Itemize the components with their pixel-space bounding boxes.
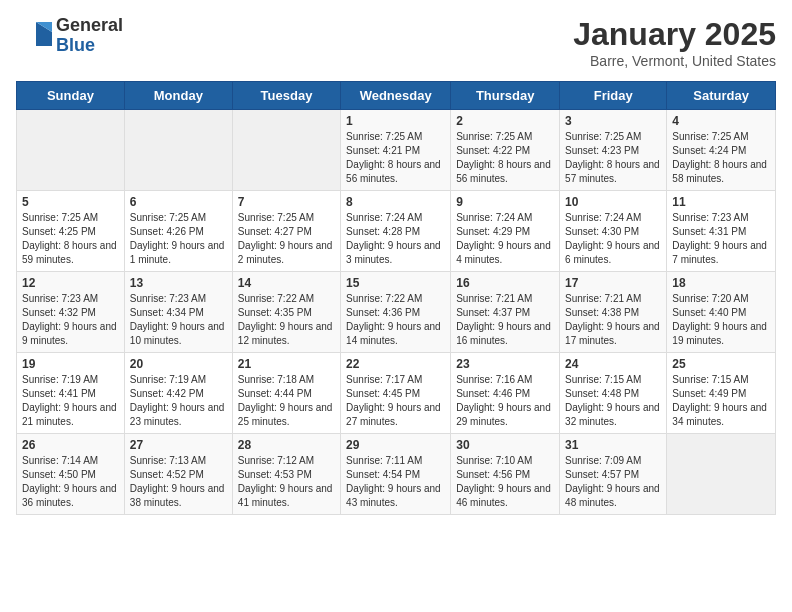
calendar-cell: 16Sunrise: 7:21 AM Sunset: 4:37 PM Dayli… xyxy=(451,272,560,353)
calendar-week-row: 26Sunrise: 7:14 AM Sunset: 4:50 PM Dayli… xyxy=(17,434,776,515)
day-number: 2 xyxy=(456,114,554,128)
calendar-week-row: 12Sunrise: 7:23 AM Sunset: 4:32 PM Dayli… xyxy=(17,272,776,353)
calendar-week-row: 1Sunrise: 7:25 AM Sunset: 4:21 PM Daylig… xyxy=(17,110,776,191)
day-number: 4 xyxy=(672,114,770,128)
day-detail: Sunrise: 7:25 AM Sunset: 4:26 PM Dayligh… xyxy=(130,211,227,267)
day-number: 11 xyxy=(672,195,770,209)
calendar-cell: 9Sunrise: 7:24 AM Sunset: 4:29 PM Daylig… xyxy=(451,191,560,272)
calendar-cell: 11Sunrise: 7:23 AM Sunset: 4:31 PM Dayli… xyxy=(667,191,776,272)
day-number: 17 xyxy=(565,276,661,290)
calendar-cell: 8Sunrise: 7:24 AM Sunset: 4:28 PM Daylig… xyxy=(341,191,451,272)
calendar-cell: 22Sunrise: 7:17 AM Sunset: 4:45 PM Dayli… xyxy=(341,353,451,434)
day-detail: Sunrise: 7:25 AM Sunset: 4:22 PM Dayligh… xyxy=(456,130,554,186)
calendar-cell xyxy=(124,110,232,191)
logo-blue-text: Blue xyxy=(56,36,123,56)
calendar-cell xyxy=(667,434,776,515)
logo-icon xyxy=(16,18,52,54)
calendar-cell: 3Sunrise: 7:25 AM Sunset: 4:23 PM Daylig… xyxy=(560,110,667,191)
day-detail: Sunrise: 7:12 AM Sunset: 4:53 PM Dayligh… xyxy=(238,454,335,510)
page-header: General Blue January 2025 Barre, Vermont… xyxy=(16,16,776,69)
calendar-cell: 21Sunrise: 7:18 AM Sunset: 4:44 PM Dayli… xyxy=(232,353,340,434)
day-number: 5 xyxy=(22,195,119,209)
day-number: 29 xyxy=(346,438,445,452)
day-detail: Sunrise: 7:23 AM Sunset: 4:34 PM Dayligh… xyxy=(130,292,227,348)
calendar-cell xyxy=(232,110,340,191)
day-detail: Sunrise: 7:13 AM Sunset: 4:52 PM Dayligh… xyxy=(130,454,227,510)
day-number: 22 xyxy=(346,357,445,371)
calendar-cell: 4Sunrise: 7:25 AM Sunset: 4:24 PM Daylig… xyxy=(667,110,776,191)
day-number: 26 xyxy=(22,438,119,452)
calendar-cell: 30Sunrise: 7:10 AM Sunset: 4:56 PM Dayli… xyxy=(451,434,560,515)
day-detail: Sunrise: 7:09 AM Sunset: 4:57 PM Dayligh… xyxy=(565,454,661,510)
day-detail: Sunrise: 7:23 AM Sunset: 4:31 PM Dayligh… xyxy=(672,211,770,267)
day-number: 19 xyxy=(22,357,119,371)
calendar-cell: 27Sunrise: 7:13 AM Sunset: 4:52 PM Dayli… xyxy=(124,434,232,515)
day-detail: Sunrise: 7:21 AM Sunset: 4:38 PM Dayligh… xyxy=(565,292,661,348)
day-detail: Sunrise: 7:20 AM Sunset: 4:40 PM Dayligh… xyxy=(672,292,770,348)
day-detail: Sunrise: 7:24 AM Sunset: 4:30 PM Dayligh… xyxy=(565,211,661,267)
day-of-week-header: Sunday xyxy=(17,82,125,110)
day-of-week-header: Friday xyxy=(560,82,667,110)
calendar-cell: 17Sunrise: 7:21 AM Sunset: 4:38 PM Dayli… xyxy=(560,272,667,353)
calendar-week-row: 5Sunrise: 7:25 AM Sunset: 4:25 PM Daylig… xyxy=(17,191,776,272)
month-title: January 2025 xyxy=(573,16,776,53)
day-detail: Sunrise: 7:15 AM Sunset: 4:49 PM Dayligh… xyxy=(672,373,770,429)
day-number: 30 xyxy=(456,438,554,452)
calendar-cell: 29Sunrise: 7:11 AM Sunset: 4:54 PM Dayli… xyxy=(341,434,451,515)
calendar-cell: 19Sunrise: 7:19 AM Sunset: 4:41 PM Dayli… xyxy=(17,353,125,434)
day-detail: Sunrise: 7:17 AM Sunset: 4:45 PM Dayligh… xyxy=(346,373,445,429)
calendar-cell: 12Sunrise: 7:23 AM Sunset: 4:32 PM Dayli… xyxy=(17,272,125,353)
day-number: 27 xyxy=(130,438,227,452)
day-detail: Sunrise: 7:25 AM Sunset: 4:24 PM Dayligh… xyxy=(672,130,770,186)
day-of-week-header: Thursday xyxy=(451,82,560,110)
day-detail: Sunrise: 7:25 AM Sunset: 4:21 PM Dayligh… xyxy=(346,130,445,186)
day-number: 8 xyxy=(346,195,445,209)
day-number: 23 xyxy=(456,357,554,371)
day-number: 20 xyxy=(130,357,227,371)
day-of-week-header: Wednesday xyxy=(341,82,451,110)
day-number: 18 xyxy=(672,276,770,290)
calendar-cell: 5Sunrise: 7:25 AM Sunset: 4:25 PM Daylig… xyxy=(17,191,125,272)
day-of-week-header: Saturday xyxy=(667,82,776,110)
day-number: 3 xyxy=(565,114,661,128)
day-detail: Sunrise: 7:14 AM Sunset: 4:50 PM Dayligh… xyxy=(22,454,119,510)
day-detail: Sunrise: 7:19 AM Sunset: 4:42 PM Dayligh… xyxy=(130,373,227,429)
day-detail: Sunrise: 7:10 AM Sunset: 4:56 PM Dayligh… xyxy=(456,454,554,510)
location: Barre, Vermont, United States xyxy=(573,53,776,69)
day-number: 6 xyxy=(130,195,227,209)
day-detail: Sunrise: 7:25 AM Sunset: 4:27 PM Dayligh… xyxy=(238,211,335,267)
calendar-cell: 10Sunrise: 7:24 AM Sunset: 4:30 PM Dayli… xyxy=(560,191,667,272)
logo: General Blue xyxy=(16,16,123,56)
calendar-cell: 15Sunrise: 7:22 AM Sunset: 4:36 PM Dayli… xyxy=(341,272,451,353)
day-detail: Sunrise: 7:22 AM Sunset: 4:36 PM Dayligh… xyxy=(346,292,445,348)
day-number: 1 xyxy=(346,114,445,128)
calendar-cell: 28Sunrise: 7:12 AM Sunset: 4:53 PM Dayli… xyxy=(232,434,340,515)
day-number: 10 xyxy=(565,195,661,209)
day-number: 31 xyxy=(565,438,661,452)
calendar-cell: 23Sunrise: 7:16 AM Sunset: 4:46 PM Dayli… xyxy=(451,353,560,434)
day-number: 14 xyxy=(238,276,335,290)
day-detail: Sunrise: 7:25 AM Sunset: 4:25 PM Dayligh… xyxy=(22,211,119,267)
day-number: 25 xyxy=(672,357,770,371)
calendar-cell: 31Sunrise: 7:09 AM Sunset: 4:57 PM Dayli… xyxy=(560,434,667,515)
day-detail: Sunrise: 7:16 AM Sunset: 4:46 PM Dayligh… xyxy=(456,373,554,429)
day-detail: Sunrise: 7:22 AM Sunset: 4:35 PM Dayligh… xyxy=(238,292,335,348)
calendar-cell: 13Sunrise: 7:23 AM Sunset: 4:34 PM Dayli… xyxy=(124,272,232,353)
logo-general-text: General xyxy=(56,16,123,36)
day-number: 15 xyxy=(346,276,445,290)
day-detail: Sunrise: 7:18 AM Sunset: 4:44 PM Dayligh… xyxy=(238,373,335,429)
calendar-cell: 25Sunrise: 7:15 AM Sunset: 4:49 PM Dayli… xyxy=(667,353,776,434)
title-block: January 2025 Barre, Vermont, United Stat… xyxy=(573,16,776,69)
day-detail: Sunrise: 7:24 AM Sunset: 4:29 PM Dayligh… xyxy=(456,211,554,267)
logo-text: General Blue xyxy=(56,16,123,56)
calendar-cell: 20Sunrise: 7:19 AM Sunset: 4:42 PM Dayli… xyxy=(124,353,232,434)
calendar-cell: 7Sunrise: 7:25 AM Sunset: 4:27 PM Daylig… xyxy=(232,191,340,272)
day-number: 21 xyxy=(238,357,335,371)
day-detail: Sunrise: 7:21 AM Sunset: 4:37 PM Dayligh… xyxy=(456,292,554,348)
day-number: 13 xyxy=(130,276,227,290)
day-number: 24 xyxy=(565,357,661,371)
day-of-week-header: Tuesday xyxy=(232,82,340,110)
day-number: 7 xyxy=(238,195,335,209)
calendar-cell: 26Sunrise: 7:14 AM Sunset: 4:50 PM Dayli… xyxy=(17,434,125,515)
calendar-cell: 24Sunrise: 7:15 AM Sunset: 4:48 PM Dayli… xyxy=(560,353,667,434)
